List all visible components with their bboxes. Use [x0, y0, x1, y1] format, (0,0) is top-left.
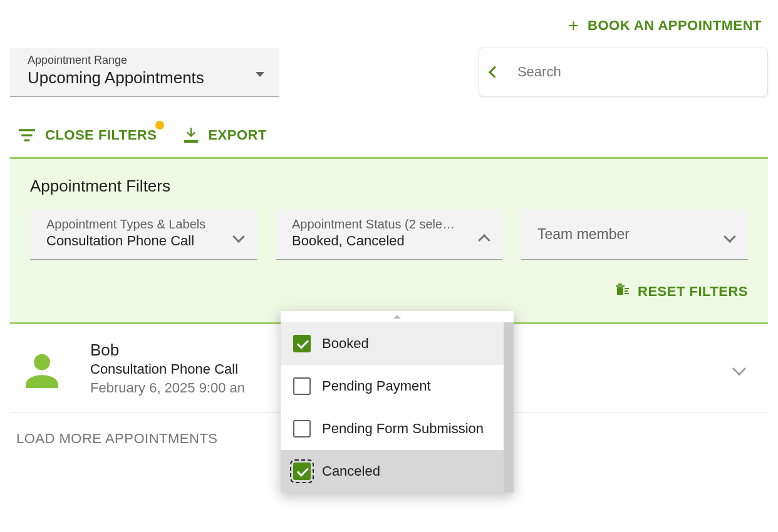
- status-option-label: Pending Form Submission: [322, 420, 484, 437]
- status-option[interactable]: Canceled: [281, 450, 514, 493]
- team-member-dropdown[interactable]: Team member: [521, 210, 748, 260]
- reset-filters-label: RESET FILTERS: [638, 284, 748, 300]
- status-dropdown-popover: BookedPending PaymentPending Form Submis…: [281, 311, 514, 493]
- appointment-range-label: Appointment Range: [28, 54, 249, 67]
- checkbox[interactable]: [293, 377, 311, 395]
- avatar-icon: [23, 349, 61, 388]
- trash-reset-icon: [614, 282, 629, 301]
- checkbox[interactable]: [293, 420, 311, 437]
- header-row: Appointment Range Upcoming Appointments: [10, 48, 768, 97]
- filter-active-badge: [155, 121, 164, 130]
- chevron-down-icon: [724, 230, 736, 243]
- book-appointment-button[interactable]: + BOOK AN APPOINTMENT: [568, 18, 762, 34]
- appointment-range-dropdown[interactable]: Appointment Range Upcoming Appointments: [10, 48, 279, 97]
- download-icon: [184, 128, 198, 143]
- close-filters-label: CLOSE FILTERS: [45, 127, 157, 143]
- export-button[interactable]: EXPORT: [184, 127, 266, 143]
- book-appointment-label: BOOK AN APPOINTMENT: [588, 18, 762, 34]
- search-input[interactable]: [516, 63, 756, 81]
- appointment-types-dropdown[interactable]: Appointment Types & Labels Consultation …: [30, 210, 257, 260]
- appointment-status-value: Booked, Canceled: [292, 233, 470, 249]
- status-option-label: Booked: [322, 335, 369, 352]
- scrollbar[interactable]: [504, 322, 514, 493]
- filter-row: Appointment Types & Labels Consultation …: [30, 210, 748, 260]
- top-bar: + BOOK AN APPOINTMENT: [10, 11, 768, 48]
- appointment-status-dropdown[interactable]: Appointment Status (2 sele… Booked, Canc…: [276, 210, 502, 260]
- chevron-up-icon: [478, 234, 490, 247]
- export-label: EXPORT: [208, 127, 266, 143]
- chevron-left-icon[interactable]: [489, 66, 501, 78]
- toolbar: CLOSE FILTERS EXPORT: [10, 97, 768, 157]
- appointment-types-label: Appointment Types & Labels: [46, 217, 224, 232]
- filter-panel-title: Appointment Filters: [30, 176, 748, 196]
- status-option-label: Pending Payment: [322, 377, 431, 395]
- chevron-down-icon[interactable]: [732, 361, 747, 376]
- status-option[interactable]: Booked: [281, 322, 514, 365]
- scroll-up-hint-icon: [393, 315, 401, 319]
- team-member-placeholder: Team member: [537, 226, 715, 243]
- svg-point-0: [34, 354, 50, 370]
- checkbox[interactable]: [293, 463, 311, 480]
- filter-icon: [19, 129, 35, 141]
- appointment-types-value: Consultation Phone Call: [46, 233, 224, 249]
- status-option[interactable]: Pending Payment: [281, 365, 514, 407]
- search-box[interactable]: [479, 48, 768, 96]
- close-filters-button[interactable]: CLOSE FILTERS: [19, 127, 157, 143]
- chevron-down-icon: [232, 230, 245, 243]
- checkbox[interactable]: [293, 335, 311, 352]
- filter-panel: Appointment Filters Appointment Types & …: [10, 159, 768, 324]
- appointment-status-label: Appointment Status (2 sele…: [292, 217, 470, 232]
- caret-down-icon: [256, 72, 264, 77]
- reset-row: RESET FILTERS: [30, 260, 748, 301]
- status-option[interactable]: Pending Form Submission: [281, 407, 514, 450]
- status-options-list: BookedPending PaymentPending Form Submis…: [281, 322, 514, 493]
- status-option-label: Canceled: [322, 463, 380, 480]
- reset-filters-button[interactable]: RESET FILTERS: [614, 282, 748, 301]
- appointment-range-value: Upcoming Appointments: [28, 68, 249, 88]
